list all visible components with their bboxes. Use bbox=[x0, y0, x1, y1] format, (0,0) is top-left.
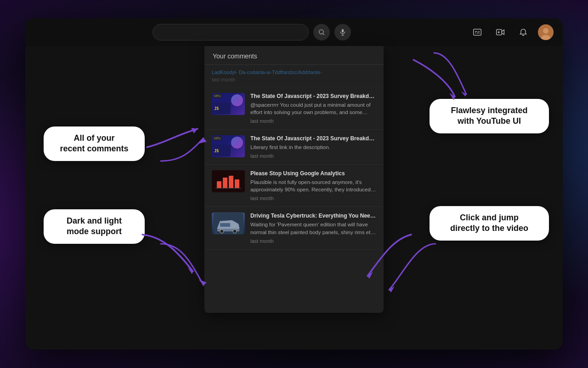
annotation-dark-text: Dark and lightmode support bbox=[67, 216, 122, 236]
comment-time-0: last month bbox=[212, 77, 376, 82]
comment-time-tesla: last month bbox=[250, 238, 376, 244]
thumb-js2: MRx JS bbox=[212, 135, 245, 157]
annotation-recent-text: All of yourrecent comments bbox=[60, 133, 128, 153]
search-area bbox=[34, 24, 469, 40]
subtitles-icon[interactable] bbox=[469, 24, 486, 40]
svg-point-0 bbox=[319, 30, 323, 34]
comment-time-js2: last month bbox=[250, 153, 376, 159]
thumb-ga bbox=[212, 170, 245, 192]
svg-text:JS: JS bbox=[214, 149, 219, 153]
comment-item-ga[interactable]: Please Stop Using Google Analytics Plaus… bbox=[204, 165, 384, 207]
annotation-jump: Click and jumpdirectly to the video bbox=[430, 206, 549, 241]
comment-item-tesla[interactable]: Driving Tesla Cybertruck: Everything You… bbox=[204, 207, 384, 249]
comment-content-js2: The State Of Javascript - 2023 Survey Br… bbox=[250, 135, 376, 159]
svg-line-1 bbox=[323, 34, 324, 35]
comment-item-js2[interactable]: MRx JS The State Of Javascript - 2023 Su… bbox=[204, 130, 384, 165]
svg-rect-5 bbox=[474, 29, 481, 35]
annotation-dark: Dark and lightmode support bbox=[44, 209, 145, 244]
annotation-recent: All of yourrecent comments bbox=[44, 126, 145, 161]
comment-text-js1: @spacerrrrr You could just put a minimal… bbox=[250, 101, 376, 116]
annotation-integrated: Flawlesy integratedwith YouTube UI bbox=[430, 99, 549, 133]
comment-content-ga: Please Stop Using Google Analytics Plaus… bbox=[250, 170, 376, 201]
svg-rect-21 bbox=[217, 181, 221, 188]
comment-text-js2: Literary first link in the description. bbox=[250, 144, 376, 151]
svg-text:JS: JS bbox=[214, 106, 219, 111]
svg-rect-24 bbox=[235, 179, 239, 188]
avatar[interactable] bbox=[538, 24, 554, 40]
header-icons bbox=[469, 24, 554, 40]
bell-icon[interactable] bbox=[515, 24, 531, 40]
mic-icon[interactable] bbox=[334, 24, 351, 40]
panel-title: Your comments bbox=[204, 46, 384, 65]
svg-rect-31 bbox=[220, 223, 230, 227]
svg-rect-32 bbox=[232, 225, 237, 227]
comment-text-tesla: Waiting for 'Pavement queen' edition tha… bbox=[250, 221, 376, 236]
svg-rect-22 bbox=[223, 178, 227, 188]
svg-rect-23 bbox=[229, 176, 233, 188]
comment-time-js1: last month bbox=[250, 118, 376, 124]
annotation-integrated-text: Flawlesy integratedwith YouTube UI bbox=[451, 106, 527, 126]
comment-text-ga: Plausible is not fully open-sourced anym… bbox=[250, 178, 376, 193]
comment-title-ga: Please Stop Using Google Analytics bbox=[250, 170, 376, 177]
comment-content-js1: The State Of Javascript - 2023 Survey Br… bbox=[250, 93, 376, 124]
search-icon[interactable] bbox=[313, 24, 330, 40]
thumb-js1: MRx JS bbox=[212, 93, 245, 115]
browser-window: Your comments LadKoodyl- Da-codanta-w-Td… bbox=[25, 18, 563, 350]
comment-url: LadKoodyl- Da-codanta-w-Tddftardzic/Addr… bbox=[212, 69, 376, 75]
comment-title-js1: The State Of Javascript - 2023 Survey Br… bbox=[250, 93, 376, 99]
create-icon[interactable] bbox=[492, 24, 509, 40]
thumb-tesla bbox=[212, 213, 245, 235]
comments-panel: Your comments LadKoodyl- Da-codanta-w-Td… bbox=[204, 46, 384, 313]
annotation-jump-text: Click and jumpdirectly to the video bbox=[450, 213, 528, 233]
comment-title-tesla: Driving Tesla Cybertruck: Everything You… bbox=[250, 213, 376, 219]
comment-faded-item[interactable]: LadKoodyl- Da-codanta-w-Tddftardzic/Addr… bbox=[204, 65, 384, 87]
svg-point-14 bbox=[543, 28, 548, 34]
comment-time-ga: last month bbox=[250, 196, 376, 201]
svg-point-29 bbox=[220, 230, 224, 233]
svg-point-30 bbox=[233, 230, 237, 233]
search-bar[interactable] bbox=[153, 24, 309, 40]
comment-title-js2: The State Of Javascript - 2023 Survey Br… bbox=[250, 135, 376, 142]
comment-item-js1[interactable]: MRx JS The State Of Javascript - 2023 Su… bbox=[204, 87, 384, 130]
comment-content-tesla: Driving Tesla Cybertruck: Everything You… bbox=[250, 213, 376, 243]
svg-rect-2 bbox=[342, 29, 344, 32]
youtube-header bbox=[25, 18, 563, 46]
